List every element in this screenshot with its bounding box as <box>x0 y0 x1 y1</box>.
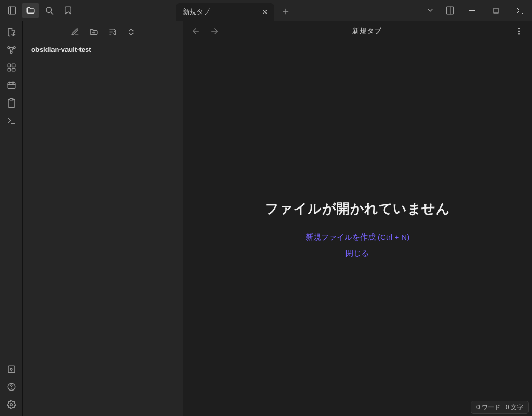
svg-point-35 <box>10 404 12 406</box>
left-sidebar-toggle[interactable] <box>3 3 21 18</box>
new-folder-button[interactable] <box>86 24 101 39</box>
search-tab-button[interactable] <box>41 3 58 18</box>
new-tab-button[interactable] <box>277 3 294 20</box>
svg-rect-8 <box>446 7 454 14</box>
settings-icon[interactable] <box>3 396 20 413</box>
empty-state-actions: 新規ファイルを作成 (Ctrl + N) 閉じる <box>305 232 409 258</box>
svg-line-18 <box>11 48 13 51</box>
ribbon <box>0 21 23 416</box>
svg-rect-24 <box>8 83 15 89</box>
sort-button[interactable] <box>104 24 120 39</box>
empty-state: ファイルが開かれていません 新規ファイルを作成 (Ctrl + N) 閉じる <box>183 42 532 416</box>
svg-rect-20 <box>8 64 10 67</box>
main-pane: 新規タブ ファイルが開かれていません 新規ファイルを作成 (Ctrl + N) … <box>183 21 532 416</box>
daily-note-icon[interactable] <box>3 77 20 94</box>
collapse-button[interactable] <box>123 24 139 39</box>
svg-rect-30 <box>8 366 15 373</box>
svg-rect-0 <box>8 7 16 14</box>
empty-state-title: ファイルが開かれていません <box>265 200 450 218</box>
status-bar: 0 ワード 0 文字 <box>471 401 529 414</box>
files-tab-button[interactable] <box>22 3 39 18</box>
nav-forward-button[interactable] <box>207 23 222 39</box>
window-maximize-button[interactable] <box>484 0 507 21</box>
svg-line-17 <box>9 48 11 51</box>
create-new-file-link[interactable]: 新規ファイルを作成 (Ctrl + N) <box>305 232 409 242</box>
workspace-body: obsidian-vault-test 新規タブ ファイルが開かれていません 新… <box>0 21 532 416</box>
tab-new[interactable]: 新規タブ <box>176 3 274 21</box>
vault-switcher-icon[interactable] <box>3 361 20 378</box>
titlebar-left-tools <box>0 0 77 21</box>
tab-list-dropdown[interactable] <box>421 3 440 18</box>
titlebar: 新規タブ <box>0 0 532 21</box>
file-explorer-sidebar: obsidian-vault-test <box>23 21 183 416</box>
titlebar-right <box>421 0 532 21</box>
status-word-count: 0 ワード <box>476 403 500 412</box>
more-options-button[interactable] <box>511 23 527 39</box>
window-minimize-button[interactable] <box>460 0 483 21</box>
nav-back-button[interactable] <box>188 23 204 39</box>
svg-rect-23 <box>12 69 15 71</box>
bookmarks-tab-button[interactable] <box>59 3 77 18</box>
command-palette-icon[interactable] <box>3 112 20 129</box>
view-header: 新規タブ <box>183 21 532 42</box>
window-close-button[interactable] <box>508 0 531 21</box>
svg-rect-22 <box>8 69 10 71</box>
canvas-icon[interactable] <box>3 59 20 76</box>
tab-label: 新規タブ <box>183 7 210 17</box>
tab-bar: 新規タブ <box>176 0 421 21</box>
templates-icon[interactable] <box>3 95 20 111</box>
quick-switcher-icon[interactable] <box>3 24 20 41</box>
svg-point-44 <box>518 28 520 29</box>
new-note-button[interactable] <box>67 24 83 39</box>
svg-rect-11 <box>494 8 498 13</box>
tab-close-button[interactable] <box>260 7 270 17</box>
svg-rect-28 <box>10 99 13 100</box>
svg-point-45 <box>518 31 520 32</box>
svg-point-2 <box>46 7 52 13</box>
close-link[interactable]: 閉じる <box>345 249 369 258</box>
sidebar-toolbar <box>23 21 183 43</box>
status-char-count: 0 文字 <box>506 403 523 412</box>
graph-view-icon[interactable] <box>3 42 20 58</box>
svg-point-46 <box>518 33 520 34</box>
svg-rect-21 <box>12 64 15 67</box>
vault-name[interactable]: obsidian-vault-test <box>23 43 183 55</box>
view-header-title: 新規タブ <box>225 27 508 36</box>
svg-rect-10 <box>469 10 475 11</box>
right-sidebar-toggle[interactable] <box>441 3 459 18</box>
help-icon[interactable] <box>3 379 20 395</box>
svg-line-3 <box>51 12 52 14</box>
